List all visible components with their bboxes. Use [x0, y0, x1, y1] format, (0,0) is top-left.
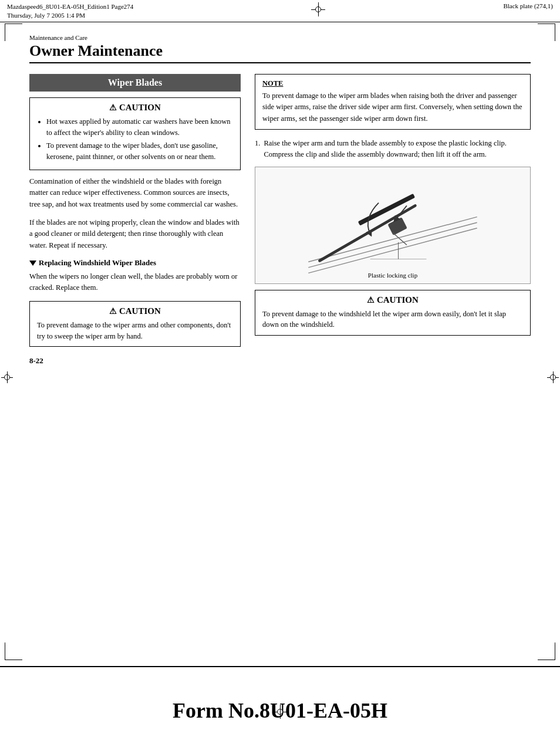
body-text-1: Contamination of either the windshield o…	[29, 176, 241, 210]
caution3-title: ⚠ CAUTION	[262, 295, 523, 305]
footer: Form No.8U01-EA-05H	[0, 666, 560, 754]
step-1-num: 1.	[255, 138, 260, 161]
warning-icon-2: ⚠	[109, 307, 117, 316]
note-box: NOTE To prevent damage to the wiper arm …	[255, 74, 531, 130]
body-text-2: If the blades are not wiping properly, c…	[29, 217, 241, 251]
right-column: NOTE To prevent damage to the wiper arm …	[255, 74, 531, 366]
corner-mark-tr	[538, 23, 555, 41]
caution1-list: Hot waxes applied by automatic car washe…	[46, 116, 233, 163]
header-right: Black plate (274,1)	[503, 2, 553, 9]
crosshair-left	[1, 371, 13, 383]
section-title: Owner Maintenance	[29, 42, 531, 63]
wiper-svg	[260, 172, 525, 279]
corner-mark-tl	[5, 23, 22, 41]
svg-line-1	[308, 228, 477, 273]
page-number: 8-22	[29, 356, 241, 366]
warning-icon-1: ⚠	[109, 103, 117, 112]
header-line2: Thursday, July 7 2005 1:4 PM	[7, 11, 133, 20]
caution2-title: ⚠ CAUTION	[37, 306, 233, 316]
step-1-text: Raise the wiper arm and turn the blade a…	[264, 139, 506, 147]
left-column: Wiper Blades ⚠ CAUTION Hot waxes applied…	[29, 74, 241, 366]
header-left: Mazdaspeed6_8U01-EA-05H_Edition1 Page274…	[7, 2, 133, 21]
header-line1: Mazdaspeed6_8U01-EA-05H_Edition1 Page274	[7, 2, 133, 11]
caution1-item-2: To prevent damage to the wiper blades, d…	[46, 140, 233, 163]
caution1-item-1: Hot waxes applied by automatic car washe…	[46, 116, 233, 138]
caution1-title: ⚠ CAUTION	[37, 103, 233, 113]
step-1-item: 1. Raise the wiper arm and turn the blad…	[255, 138, 531, 161]
step-1: 1. Raise the wiper arm and turn the blad…	[255, 138, 531, 161]
wiper-blades-header: Wiper Blades	[29, 74, 241, 92]
note-body: To prevent damage to the wiper arm blade…	[262, 90, 523, 124]
header-center	[311, 2, 325, 16]
step-1-content: Raise the wiper arm and turn the blade a…	[264, 138, 531, 161]
triangle-icon	[29, 261, 36, 266]
subheading-replacing: Replacing Windshield Wiper Blades	[29, 258, 241, 268]
caution-box-1: ⚠ CAUTION Hot waxes applied by automatic…	[29, 97, 241, 170]
warning-icon-3: ⚠	[367, 296, 375, 305]
corner-mark-bl	[5, 643, 22, 660]
wiper-illustration: Plastic locking clip	[255, 167, 531, 284]
two-column-layout: Wiper Blades ⚠ CAUTION Hot waxes applied…	[29, 74, 531, 366]
page-content: Maintenance and Care Owner Maintenance W…	[0, 22, 560, 378]
caution3-body: To prevent damage to the windshield let …	[262, 309, 523, 331]
plastic-locking-label: Plastic locking clip	[368, 272, 417, 279]
header-strip: Mazdaspeed6_8U01-EA-05H_Edition1 Page274…	[0, 0, 560, 22]
footer-crosshair	[273, 705, 287, 719]
caution2-body: To prevent damage to the wiper arms and …	[37, 320, 233, 342]
crosshair-right	[547, 371, 559, 383]
corner-mark-br	[538, 643, 555, 660]
step-1-text2: Compress the clip and slide the assembly…	[264, 150, 487, 158]
section-label: Maintenance and Care	[29, 34, 531, 41]
body-text-3: When the wipers no longer clean well, th…	[29, 271, 241, 294]
caution-box-2: ⚠ CAUTION To prevent damage to the wiper…	[29, 301, 241, 347]
note-title: NOTE	[262, 79, 523, 88]
header-crosshair	[311, 2, 325, 16]
caution-box-3: ⚠ CAUTION To prevent damage to the winds…	[255, 290, 531, 336]
